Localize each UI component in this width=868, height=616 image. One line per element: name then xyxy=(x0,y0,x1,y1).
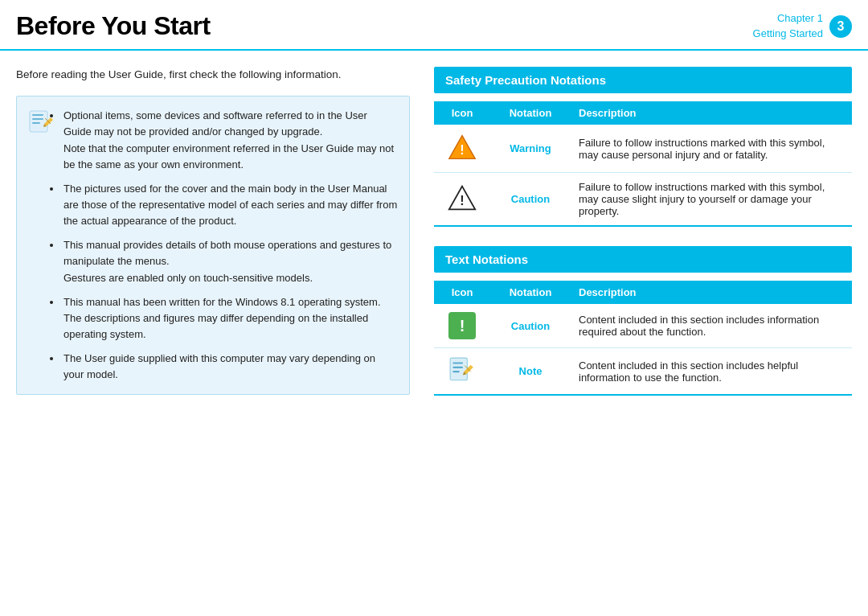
notation-cell: Note xyxy=(490,348,571,396)
notation-cell: Caution xyxy=(490,304,571,348)
svg-rect-0 xyxy=(30,111,47,132)
icon-cell: ! xyxy=(434,173,490,227)
col-icon: Icon xyxy=(434,281,490,304)
svg-rect-2 xyxy=(32,118,43,120)
note-pencil-icon xyxy=(448,356,476,384)
text-section-header: Text Notations xyxy=(434,246,852,273)
svg-rect-12 xyxy=(452,362,463,363)
bullet-list: Optional items, some devices and softwar… xyxy=(62,108,398,383)
list-item: The User guide supplied with this comput… xyxy=(62,351,398,383)
intro-text: Before reading the User Guide, first che… xyxy=(16,67,410,83)
svg-rect-14 xyxy=(452,371,460,372)
col-notation: Notation xyxy=(490,101,571,125)
table-row: ! Caution Failure to follow instructions… xyxy=(434,173,852,227)
list-item: Optional items, some devices and softwar… xyxy=(62,108,398,173)
notation-cell: Warning xyxy=(490,125,571,173)
green-caution-icon: ! xyxy=(448,312,476,339)
safety-section: Safety Precaution Notations Icon Notatio… xyxy=(434,67,852,227)
svg-text:!: ! xyxy=(460,142,464,157)
table-header-row: Icon Notation Description xyxy=(434,101,852,125)
description-cell: Content included in this section include… xyxy=(571,348,852,396)
note-box: Optional items, some devices and softwar… xyxy=(16,96,410,395)
main-content: Before reading the User Guide, first che… xyxy=(0,51,868,431)
svg-text:!: ! xyxy=(460,193,464,207)
page-title: Before You Start xyxy=(16,11,211,41)
svg-rect-13 xyxy=(452,367,463,368)
page-header: Before You Start Chapter 1 Getting Start… xyxy=(0,0,868,51)
safety-section-header: Safety Precaution Notations xyxy=(434,67,852,93)
table-row: ! Caution Content included in this secti… xyxy=(434,304,852,348)
list-item: The pictures used for the cover and the … xyxy=(62,181,398,229)
svg-rect-11 xyxy=(450,358,467,380)
list-item: This manual provides details of both mou… xyxy=(62,237,398,285)
chapter-number: 3 xyxy=(829,15,852,38)
safety-table: Icon Notation Description ! xyxy=(434,101,852,227)
description-cell: Failure to follow instructions marked wi… xyxy=(571,173,852,227)
col-icon: Icon xyxy=(434,101,490,125)
description-cell: Content included in this section include… xyxy=(571,304,852,348)
table-row: Note Content included in this section in… xyxy=(434,348,852,396)
description-cell: Failure to follow instructions marked wi… xyxy=(571,125,852,173)
icon-cell: ! xyxy=(434,125,490,173)
list-item: This manual has been written for the Win… xyxy=(62,294,398,343)
svg-rect-1 xyxy=(32,114,43,116)
text-section: Text Notations Icon Notation Description… xyxy=(434,246,852,396)
col-description: Description xyxy=(571,281,852,304)
left-column: Before reading the User Guide, first che… xyxy=(16,67,410,415)
icon-cell: ! xyxy=(434,304,490,348)
chapter-info: Chapter 1 Getting Started 3 xyxy=(753,11,852,40)
svg-rect-3 xyxy=(32,122,40,124)
table-header-row: Icon Notation Description xyxy=(434,281,852,304)
caution-triangle-icon: ! xyxy=(448,183,477,212)
col-description: Description xyxy=(571,101,852,125)
col-notation: Notation xyxy=(490,281,571,304)
text-table: Icon Notation Description ! Caution Cont… xyxy=(434,281,852,396)
chapter-label: Chapter 1 Getting Started xyxy=(753,11,823,40)
warning-triangle-icon: ! xyxy=(448,133,477,162)
icon-cell xyxy=(434,348,490,396)
notation-cell: Caution xyxy=(490,173,571,227)
right-column: Safety Precaution Notations Icon Notatio… xyxy=(434,67,852,415)
table-row: ! Warning Failure to follow instructions… xyxy=(434,125,852,173)
